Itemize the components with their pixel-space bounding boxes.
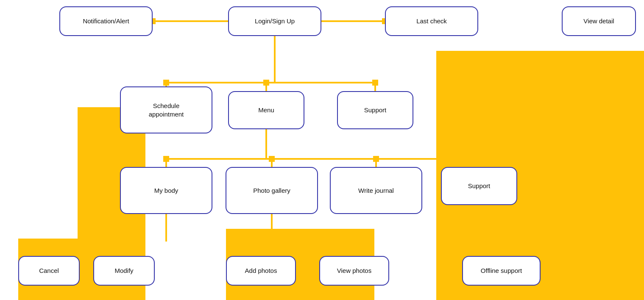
node-mybody[interactable]: My body [120,167,212,214]
node-lastcheck[interactable]: Last check [385,6,478,36]
node-cancel[interactable]: Cancel [18,256,80,286]
node-login[interactable]: Login/Sign Up [228,6,321,36]
node-notification[interactable]: Notification/Alert [59,6,153,36]
svg-rect-9 [263,80,269,86]
node-writejournal[interactable]: Write journal [330,167,422,214]
node-viewphotos[interactable]: View photos [319,256,389,286]
svg-rect-19 [373,156,379,162]
node-viewdetail[interactable]: View detail [562,6,636,36]
svg-rect-15 [163,156,169,162]
svg-rect-17 [269,156,275,162]
node-modify[interactable]: Modify [93,256,155,286]
node-support-mid[interactable]: Support [441,167,517,205]
node-photogallery[interactable]: Photo gallery [226,167,318,214]
node-offlinesupport[interactable]: Offline support [462,256,541,286]
node-addphotos[interactable]: Add photos [226,256,296,286]
node-schedule[interactable]: Scheduleappointment [120,86,212,133]
node-support-top[interactable]: Support [337,91,413,129]
svg-rect-11 [372,80,378,86]
svg-rect-7 [163,80,169,86]
node-menu[interactable]: Menu [228,91,304,129]
